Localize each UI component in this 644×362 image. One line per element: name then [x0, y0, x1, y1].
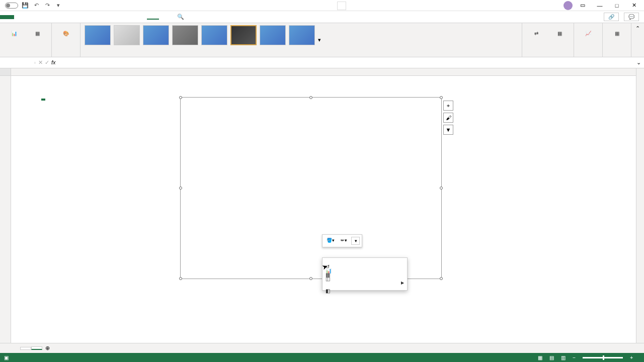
minimize-icon[interactable]: — [593, 1, 607, 11]
tab-entwicklertools[interactable] [99, 15, 111, 19]
column-headers[interactable] [11, 68, 636, 76]
chart-style-5[interactable] [201, 25, 227, 45]
outline-icon: ✏▾ [341, 238, 347, 243]
formula-bar[interactable] [59, 62, 633, 64]
format-icon: ◧ [326, 288, 332, 294]
menu-format-series[interactable]: ◧ [323, 286, 407, 290]
menu-add-labels[interactable]: ▶ [323, 278, 407, 282]
chart-tools-tab [337, 2, 346, 10]
zoom-out-icon[interactable]: − [573, 355, 576, 360]
chart-style-4[interactable] [172, 25, 198, 45]
group-label-type [578, 55, 598, 57]
menu-select-data[interactable]: ▦ [323, 270, 407, 274]
menu-trendline [323, 282, 407, 286]
menu-reset-style[interactable]: ↺ [323, 262, 407, 266]
series-selector[interactable]: ▾ [351, 237, 360, 245]
search-tab[interactable]: 🔍 [171, 12, 190, 22]
chart-style-6[interactable] [230, 25, 257, 45]
tab-start[interactable] [14, 15, 26, 19]
name-box[interactable] [0, 62, 35, 64]
maximize-icon[interactable]: □ [610, 1, 624, 11]
tab-einfugen[interactable] [26, 15, 38, 19]
tab-powerpivot[interactable] [135, 15, 147, 19]
close-icon[interactable]: ✕ [627, 1, 641, 11]
view-pagebreak-icon[interactable]: ▥ [561, 355, 566, 360]
enter-formula-icon[interactable]: ✓ [45, 59, 49, 66]
group-label-styles [85, 55, 518, 57]
chart-style-3[interactable] [143, 25, 169, 45]
chart-filter-icon[interactable]: ▼ [443, 125, 453, 135]
fill-button[interactable]: 🪣▾ [325, 237, 337, 245]
chart-style-1[interactable] [85, 25, 111, 45]
view-normal-icon[interactable]: ▦ [538, 355, 542, 360]
tab-formeln[interactable] [50, 15, 62, 19]
group-label-layouts [4, 55, 47, 57]
chart-style-8[interactable] [289, 25, 315, 45]
chevron-down-icon: ▾ [355, 238, 357, 243]
chart-elements-icon[interactable]: + [443, 101, 453, 111]
collapse-ribbon-icon[interactable]: ⌃ [631, 23, 644, 34]
autosave-toggle[interactable] [5, 3, 18, 9]
ribbon-display-icon[interactable]: ▭ [576, 1, 590, 11]
save-icon[interactable]: 💾 [21, 2, 29, 10]
add-sheet-icon[interactable]: ⊕ [42, 344, 53, 352]
tab-hilfe[interactable] [111, 15, 123, 19]
change-colors-button[interactable]: 🎨 [56, 25, 76, 42]
chart-object[interactable]: + 🖌 ▼ [180, 97, 442, 279]
tab-uberprufen[interactable] [74, 15, 87, 19]
zoom-in-icon[interactable]: + [630, 355, 633, 360]
sheet-tab-beispiel1[interactable] [20, 347, 31, 350]
row-headers[interactable] [0, 68, 11, 343]
user-avatar[interactable] [564, 1, 573, 10]
tab-ansicht[interactable] [87, 15, 99, 19]
change-chart-type-button[interactable]: 📈 [578, 25, 598, 42]
tab-factset[interactable] [123, 15, 135, 19]
fill-icon: 🪣▾ [327, 238, 335, 243]
switch-row-column-button[interactable]: ⇄ [526, 25, 546, 42]
chart-style-7[interactable] [260, 25, 286, 45]
tab-daten[interactable] [62, 15, 74, 19]
select-data-button[interactable]: ▦ [549, 25, 570, 42]
group-label-data [526, 55, 570, 57]
menu-change-series-type[interactable]: 📊 [323, 266, 407, 270]
tab-entwurf[interactable] [147, 15, 159, 20]
cancel-formula-icon[interactable]: ✕ [38, 59, 43, 66]
data-table[interactable] [41, 99, 45, 101]
add-chart-element-button[interactable]: 📊 [4, 25, 24, 42]
comments-button[interactable]: 💬 [624, 13, 639, 21]
group-label-location [607, 55, 627, 57]
share-button[interactable]: 🔗 [604, 13, 619, 21]
quick-layout-button[interactable]: ▦ [27, 25, 47, 42]
context-menu: ↺ 📊 ▦ ◫ ▶ ◧ [322, 257, 408, 291]
chart-styles-icon[interactable]: 🖌 [443, 113, 453, 123]
redo-icon[interactable]: ↷ [43, 2, 51, 10]
move-chart-button[interactable]: ▦ [607, 25, 627, 42]
zoom-slider[interactable] [583, 357, 623, 358]
view-pagelayout-icon[interactable]: ▤ [549, 355, 554, 360]
fx-icon[interactable]: fx [51, 59, 56, 66]
outline-button[interactable]: ✏▾ [339, 237, 349, 245]
record-macro-icon[interactable]: ▣ [4, 355, 9, 360]
vertical-scrollbar[interactable] [636, 68, 644, 343]
file-tab[interactable] [0, 15, 14, 19]
customize-qat-icon[interactable]: ▾ [54, 2, 62, 10]
style-gallery-more-icon[interactable]: ▾ [318, 37, 321, 43]
undo-icon[interactable]: ↶ [32, 2, 40, 10]
mini-toolbar: 🪣▾ ✏▾ ▾ [322, 234, 362, 247]
menu-3d-rotation[interactable]: ◫ [323, 274, 407, 278]
tab-format[interactable] [159, 15, 171, 19]
tab-seitenlayout[interactable] [38, 15, 50, 19]
menu-delete[interactable] [323, 258, 407, 262]
expand-formula-bar-icon[interactable]: ⌄ [633, 59, 644, 66]
sheet-tab-beispiel2[interactable] [31, 346, 42, 350]
chart-style-2[interactable] [114, 25, 140, 45]
